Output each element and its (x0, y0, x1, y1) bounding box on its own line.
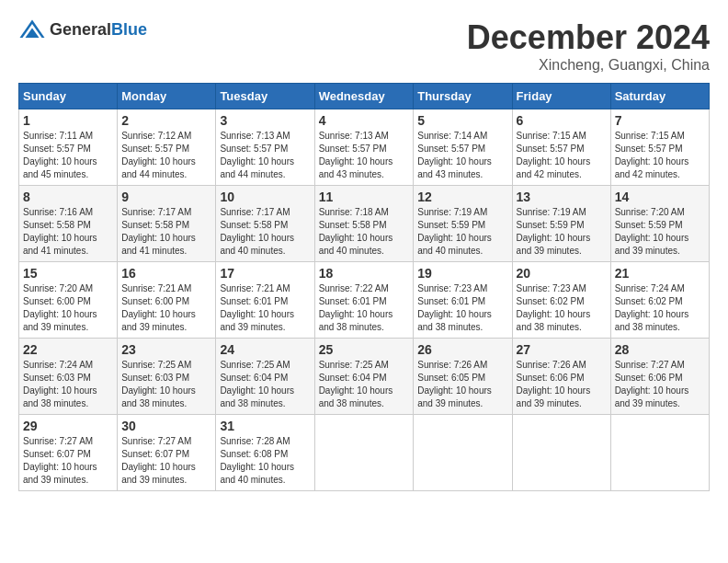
sunrise-text: Sunrise: 7:26 AM (517, 359, 607, 372)
sunrise-text: Sunrise: 7:22 AM (319, 282, 410, 295)
sunrise-text: Sunrise: 7:17 AM (121, 206, 211, 219)
day-info: Sunrise: 7:17 AMSunset: 5:58 PMDaylight:… (220, 206, 310, 258)
calendar-day-cell: 3Sunrise: 7:13 AMSunset: 5:57 PMDaylight… (216, 109, 314, 186)
logo-blue-text: Blue (111, 20, 147, 39)
daylight-text: Daylight: 10 hours and 38 minutes. (615, 308, 705, 334)
day-info: Sunrise: 7:11 AMSunset: 5:57 PMDaylight:… (23, 130, 113, 181)
day-number: 4 (319, 113, 410, 128)
sunrise-text: Sunrise: 7:21 AM (121, 282, 211, 295)
daylight-text: Daylight: 10 hours and 42 minutes. (615, 155, 705, 181)
day-number: 16 (121, 266, 211, 281)
sunrise-text: Sunrise: 7:24 AM (23, 359, 113, 372)
calendar-day-cell (610, 415, 709, 491)
day-number: 3 (220, 113, 310, 128)
calendar-day-cell: 2Sunrise: 7:12 AMSunset: 5:57 PMDaylight… (118, 109, 216, 186)
day-info: Sunrise: 7:21 AMSunset: 6:01 PMDaylight:… (220, 282, 310, 334)
day-number: 9 (121, 190, 211, 204)
day-info: Sunrise: 7:12 AMSunset: 5:57 PMDaylight:… (121, 130, 211, 181)
daylight-text: Daylight: 10 hours and 39 minutes. (615, 385, 705, 410)
day-number: 13 (517, 190, 607, 204)
sunrise-text: Sunrise: 7:14 AM (417, 130, 507, 143)
day-number: 2 (121, 113, 211, 128)
sunset-text: Sunset: 5:57 PM (615, 143, 705, 155)
day-info: Sunrise: 7:13 AMSunset: 5:57 PMDaylight:… (220, 130, 310, 181)
daylight-text: Daylight: 10 hours and 43 minutes. (319, 155, 410, 181)
calendar-day-cell: 12Sunrise: 7:19 AMSunset: 5:59 PMDayligh… (414, 186, 512, 262)
sunset-text: Sunset: 6:06 PM (517, 372, 607, 385)
calendar-day-cell: 6Sunrise: 7:15 AMSunset: 5:57 PMDaylight… (512, 109, 610, 186)
day-info: Sunrise: 7:19 AMSunset: 5:59 PMDaylight:… (417, 206, 507, 258)
calendar-day-cell: 15Sunrise: 7:20 AMSunset: 6:00 PMDayligh… (19, 262, 118, 339)
day-of-week-header: Wednesday (314, 84, 414, 109)
day-number: 19 (417, 266, 507, 281)
sunrise-text: Sunrise: 7:19 AM (517, 206, 607, 219)
calendar-day-cell: 30Sunrise: 7:27 AMSunset: 6:07 PMDayligh… (118, 415, 216, 491)
day-number: 26 (417, 342, 507, 357)
day-info: Sunrise: 7:25 AMSunset: 6:04 PMDaylight:… (319, 359, 410, 410)
calendar-day-cell: 10Sunrise: 7:17 AMSunset: 5:58 PMDayligh… (216, 186, 314, 262)
daylight-text: Daylight: 10 hours and 39 minutes. (417, 385, 507, 410)
sunrise-text: Sunrise: 7:25 AM (121, 359, 211, 372)
sunset-text: Sunset: 5:57 PM (517, 143, 607, 155)
sunrise-text: Sunrise: 7:28 AM (220, 435, 310, 448)
daylight-text: Daylight: 10 hours and 38 minutes. (220, 385, 310, 410)
day-number: 14 (615, 190, 705, 204)
daylight-text: Daylight: 10 hours and 38 minutes. (23, 385, 113, 410)
day-number: 20 (517, 266, 607, 281)
location-subtitle: Xincheng, Guangxi, China (467, 57, 710, 74)
day-info: Sunrise: 7:20 AMSunset: 6:00 PMDaylight:… (23, 282, 113, 334)
calendar-day-cell: 8Sunrise: 7:16 AMSunset: 5:58 PMDaylight… (19, 186, 118, 262)
day-number: 18 (319, 266, 410, 281)
page-header: GeneralBlue December 2024 Xincheng, Guan… (18, 18, 710, 74)
sunset-text: Sunset: 6:03 PM (23, 372, 113, 385)
day-of-week-header: Tuesday (216, 84, 314, 109)
day-number: 7 (615, 113, 705, 128)
sunset-text: Sunset: 5:59 PM (417, 219, 507, 232)
day-of-week-header: Sunday (19, 84, 118, 109)
day-info: Sunrise: 7:17 AMSunset: 5:58 PMDaylight:… (121, 206, 211, 258)
calendar-day-cell: 7Sunrise: 7:15 AMSunset: 5:57 PMDaylight… (610, 109, 709, 186)
sunset-text: Sunset: 6:00 PM (121, 295, 211, 308)
sunset-text: Sunset: 6:00 PM (23, 295, 113, 308)
day-number: 23 (121, 342, 211, 357)
calendar-day-cell: 21Sunrise: 7:24 AMSunset: 6:02 PMDayligh… (610, 262, 709, 339)
sunset-text: Sunset: 6:08 PM (220, 448, 310, 461)
day-info: Sunrise: 7:13 AMSunset: 5:57 PMDaylight:… (319, 130, 410, 181)
daylight-text: Daylight: 10 hours and 38 minutes. (319, 308, 410, 334)
calendar-week-row: 1Sunrise: 7:11 AMSunset: 5:57 PMDaylight… (19, 109, 710, 186)
calendar-day-cell (512, 415, 610, 491)
day-info: Sunrise: 7:15 AMSunset: 5:57 PMDaylight:… (517, 130, 607, 181)
calendar-table: SundayMondayTuesdayWednesdayThursdayFrid… (18, 83, 710, 491)
calendar-day-cell: 25Sunrise: 7:25 AMSunset: 6:04 PMDayligh… (314, 339, 414, 415)
calendar-day-cell: 28Sunrise: 7:27 AMSunset: 6:06 PMDayligh… (610, 339, 709, 415)
sunset-text: Sunset: 6:04 PM (319, 372, 410, 385)
sunset-text: Sunset: 5:58 PM (121, 219, 211, 232)
sunrise-text: Sunrise: 7:27 AM (121, 435, 211, 448)
logo-icon (18, 18, 46, 40)
calendar-day-cell: 11Sunrise: 7:18 AMSunset: 5:58 PMDayligh… (314, 186, 414, 262)
sunrise-text: Sunrise: 7:11 AM (23, 130, 113, 143)
calendar-day-cell: 13Sunrise: 7:19 AMSunset: 5:59 PMDayligh… (512, 186, 610, 262)
calendar-day-cell: 20Sunrise: 7:23 AMSunset: 6:02 PMDayligh… (512, 262, 610, 339)
day-number: 30 (121, 419, 211, 433)
calendar-day-cell (314, 415, 414, 491)
day-info: Sunrise: 7:22 AMSunset: 6:01 PMDaylight:… (319, 282, 410, 334)
sunrise-text: Sunrise: 7:18 AM (319, 206, 410, 219)
logo: GeneralBlue (18, 18, 147, 40)
sunrise-text: Sunrise: 7:26 AM (417, 359, 507, 372)
sunrise-text: Sunrise: 7:23 AM (417, 282, 507, 295)
calendar-day-cell: 1Sunrise: 7:11 AMSunset: 5:57 PMDaylight… (19, 109, 118, 186)
daylight-text: Daylight: 10 hours and 44 minutes. (121, 155, 211, 181)
calendar-day-cell (414, 415, 512, 491)
day-info: Sunrise: 7:23 AMSunset: 6:02 PMDaylight:… (517, 282, 607, 334)
sunset-text: Sunset: 6:01 PM (417, 295, 507, 308)
sunset-text: Sunset: 6:05 PM (417, 372, 507, 385)
sunrise-text: Sunrise: 7:21 AM (220, 282, 310, 295)
calendar-week-row: 15Sunrise: 7:20 AMSunset: 6:00 PMDayligh… (19, 262, 710, 339)
daylight-text: Daylight: 10 hours and 39 minutes. (121, 461, 211, 487)
calendar-day-cell: 27Sunrise: 7:26 AMSunset: 6:06 PMDayligh… (512, 339, 610, 415)
daylight-text: Daylight: 10 hours and 39 minutes. (517, 232, 607, 258)
calendar-week-row: 22Sunrise: 7:24 AMSunset: 6:03 PMDayligh… (19, 339, 710, 415)
daylight-text: Daylight: 10 hours and 40 minutes. (220, 461, 310, 487)
daylight-text: Daylight: 10 hours and 39 minutes. (23, 308, 113, 334)
